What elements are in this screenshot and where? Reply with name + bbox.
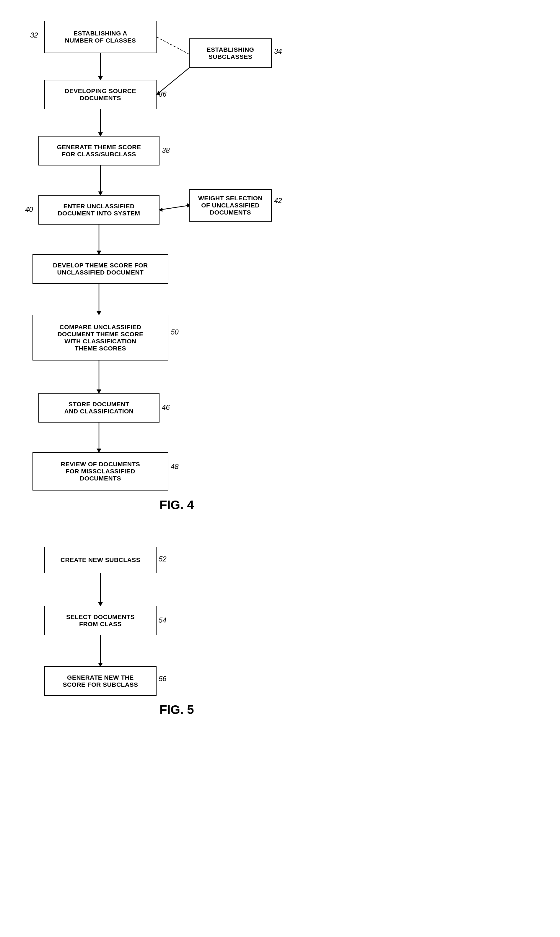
box-select-documents: SELECT DOCUMENTS FROM CLASS <box>44 606 157 635</box>
box-create-subclass: CREATE NEW SUBCLASS <box>44 547 157 573</box>
label-50: 50 <box>171 328 179 336</box>
label-48: 48 <box>171 462 179 471</box>
label-38: 38 <box>162 146 170 154</box>
box-enter-unclassified: ENTER UNCLASSIFIED DOCUMENT INTO SYSTEM <box>38 195 160 225</box>
label-42: 42 <box>274 197 282 205</box>
label-36: 36 <box>158 90 166 99</box>
box-develop-theme: DEVELOP THEME SCORE FOR UNCLASSIFIED DOC… <box>32 254 168 284</box>
label-32: 32 <box>30 31 38 39</box>
diagram-container: ESTABLISHING A NUMBER OF CLASSES 32 ESTA… <box>0 0 560 937</box>
label-54: 54 <box>158 616 166 624</box>
fig5-label: FIG. 5 <box>160 703 194 717</box>
box-weight-selection: WEIGHT SELECTION OF UNCLASSIFIED DOCUMEN… <box>189 189 272 222</box>
svg-line-9 <box>160 205 189 210</box>
label-46: 46 <box>162 403 170 411</box>
box-establishing-classes: ESTABLISHING A NUMBER OF CLASSES <box>44 21 157 53</box>
box-compare: COMPARE UNCLASSIFIED DOCUMENT THEME SCOR… <box>32 315 168 361</box>
label-34: 34 <box>274 47 282 55</box>
fig4-label: FIG. 4 <box>160 498 194 512</box>
box-store: STORE DOCUMENT AND CLASSIFICATION <box>38 393 160 422</box>
label-56: 56 <box>158 675 166 683</box>
label-52: 52 <box>158 555 166 563</box>
box-establishing-subclasses: ESTABLISHING SUBCLASSES <box>189 39 272 68</box>
svg-line-2 <box>157 37 188 54</box>
box-review: REVIEW OF DOCUMENTS FOR MISSCLASSIFIED D… <box>32 452 168 490</box>
label-40: 40 <box>25 205 33 214</box>
box-developing-source: DEVELOPING SOURCE DOCUMENTS <box>44 80 157 109</box>
box-generate-new: GENERATE NEW THE SCORE FOR SUBCLASS <box>44 666 157 696</box>
box-generate-theme: GENERATE THEME SCORE FOR CLASS/SUBCLASS <box>38 136 160 165</box>
